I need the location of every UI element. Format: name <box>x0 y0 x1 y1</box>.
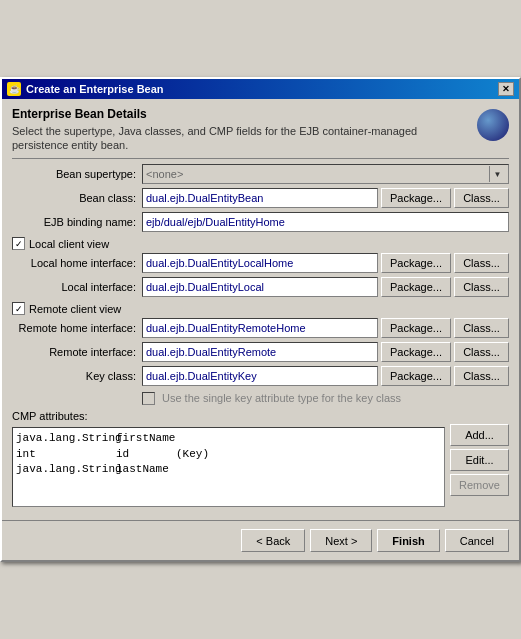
table-row: int id (Key) <box>16 447 441 462</box>
local-interface-package-button[interactable]: Package... <box>381 277 451 297</box>
table-row: java.lang.String firstName <box>16 431 441 446</box>
cmp-name-1: id <box>116 447 176 462</box>
bean-class-input[interactable] <box>142 188 378 208</box>
remote-interface-class-button[interactable]: Class... <box>454 342 509 362</box>
cmp-section: java.lang.String firstName int id (Key) … <box>12 424 509 507</box>
remote-home-input[interactable] <box>142 318 378 338</box>
header-title: Enterprise Bean Details <box>12 107 432 121</box>
cmp-type-1: int <box>16 447 116 462</box>
cmp-table[interactable]: java.lang.String firstName int id (Key) … <box>12 427 445 507</box>
cmp-key-0 <box>176 431 441 446</box>
bean-supertype-row: Bean supertype: <none> ▼ <box>12 164 509 184</box>
single-key-label: Use the single key attribute type for th… <box>162 392 401 404</box>
header-description: Select the supertype, Java classes, and … <box>12 124 432 153</box>
finish-button[interactable]: Finish <box>377 529 439 552</box>
local-interface-label: Local interface: <box>12 281 142 293</box>
local-interface-input[interactable] <box>142 277 378 297</box>
remote-home-class-button[interactable]: Class... <box>454 318 509 338</box>
header-section: Enterprise Bean Details Select the super… <box>12 107 509 153</box>
dialog-icon: ☕ <box>7 82 21 96</box>
single-key-row: Use the single key attribute type for th… <box>12 390 509 406</box>
local-interface-class-button[interactable]: Class... <box>454 277 509 297</box>
ejb-binding-input[interactable] <box>142 212 509 232</box>
ejb-binding-label: EJB binding name: <box>12 216 142 228</box>
bean-icon <box>477 109 509 141</box>
remote-interface-package-button[interactable]: Package... <box>381 342 451 362</box>
next-button[interactable]: Next > <box>310 529 372 552</box>
remote-home-label: Remote home interface: <box>12 322 142 334</box>
local-home-row: Local home interface: Package... Class..… <box>12 253 509 273</box>
dialog-window: ☕ Create an Enterprise Bean ✕ Enterprise… <box>0 77 521 563</box>
remote-home-row: Remote home interface: Package... Class.… <box>12 318 509 338</box>
cmp-side-buttons: Add... Edit... Remove <box>450 424 509 496</box>
cmp-key-1: (Key) <box>176 447 441 462</box>
ejb-binding-row: EJB binding name: <box>12 212 509 232</box>
close-button[interactable]: ✕ <box>498 82 514 96</box>
cancel-button[interactable]: Cancel <box>445 529 509 552</box>
title-bar: ☕ Create an Enterprise Bean ✕ <box>2 79 519 99</box>
key-class-package-button[interactable]: Package... <box>381 366 451 386</box>
local-client-checkbox[interactable]: ✓ <box>12 237 25 250</box>
back-button[interactable]: < Back <box>241 529 305 552</box>
cmp-section-label: CMP attributes: <box>12 410 509 422</box>
divider-top <box>12 158 509 159</box>
cmp-table-container: java.lang.String firstName int id (Key) … <box>12 424 445 507</box>
cmp-add-button[interactable]: Add... <box>450 424 509 446</box>
key-class-class-button[interactable]: Class... <box>454 366 509 386</box>
local-home-input[interactable] <box>142 253 378 273</box>
cmp-type-2: java.lang.String <box>16 462 116 477</box>
remote-interface-label: Remote interface: <box>12 346 142 358</box>
key-class-row: Key class: Package... Class... <box>12 366 509 386</box>
remote-client-label: Remote client view <box>29 303 121 315</box>
remote-interface-input[interactable] <box>142 342 378 362</box>
dialog-title: Create an Enterprise Bean <box>26 83 164 95</box>
cmp-name-0: firstName <box>116 431 176 446</box>
header-text: Enterprise Bean Details Select the super… <box>12 107 432 153</box>
remote-client-header: ✓ Remote client view <box>12 302 509 315</box>
cmp-name-2: lastName <box>116 462 176 477</box>
bean-supertype-combo[interactable]: <none> ▼ <box>142 164 509 184</box>
cmp-remove-button[interactable]: Remove <box>450 474 509 496</box>
bean-supertype-label: Bean supertype: <box>12 168 142 180</box>
key-class-input[interactable] <box>142 366 378 386</box>
local-client-header: ✓ Local client view <box>12 237 509 250</box>
local-home-class-button[interactable]: Class... <box>454 253 509 273</box>
cmp-type-0: java.lang.String <box>16 431 116 446</box>
combo-arrow-icon: ▼ <box>489 166 505 182</box>
local-home-package-button[interactable]: Package... <box>381 253 451 273</box>
single-key-checkbox <box>142 392 155 405</box>
cmp-edit-button[interactable]: Edit... <box>450 449 509 471</box>
remote-interface-row: Remote interface: Package... Class... <box>12 342 509 362</box>
local-home-label: Local home interface: <box>12 257 142 269</box>
remote-client-checkbox[interactable]: ✓ <box>12 302 25 315</box>
cmp-key-2 <box>176 462 441 477</box>
bean-supertype-value: <none> <box>146 168 489 180</box>
dialog-content: Enterprise Bean Details Select the super… <box>2 99 519 516</box>
local-client-label: Local client view <box>29 238 109 250</box>
bean-class-class-button[interactable]: Class... <box>454 188 509 208</box>
bean-class-label: Bean class: <box>12 192 142 204</box>
bean-class-row: Bean class: Package... Class... <box>12 188 509 208</box>
bean-class-package-button[interactable]: Package... <box>381 188 451 208</box>
remote-home-package-button[interactable]: Package... <box>381 318 451 338</box>
table-row: java.lang.String lastName <box>16 462 441 477</box>
key-class-label: Key class: <box>12 370 142 382</box>
local-interface-row: Local interface: Package... Class... <box>12 277 509 297</box>
dialog-footer: < Back Next > Finish Cancel <box>2 520 519 560</box>
